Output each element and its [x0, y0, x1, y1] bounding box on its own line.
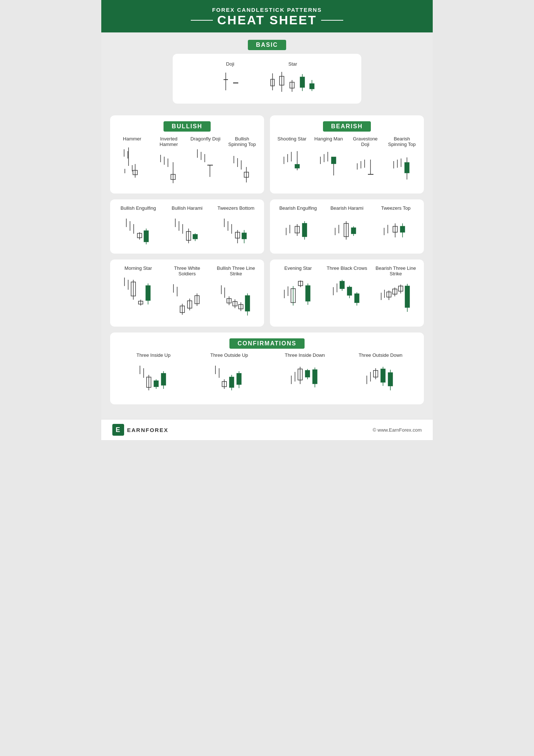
three-black-crows-label: Three Black Crows	[327, 265, 367, 271]
pattern-three-outside-down: Three Outside Down	[348, 352, 414, 397]
bullish-spinning-top-label: Bullish Spinning Top	[226, 136, 258, 147]
bearish-double-grid: Bearish Engulfing Beari	[274, 205, 419, 246]
confirmations-label-row: CONFIRMATIONS	[117, 338, 417, 349]
bullish-spinning-top-chart	[231, 149, 253, 186]
header-subtitle: FOREX CANDLESTICK PATTERNS	[109, 7, 425, 13]
inverted-hammer-label: Inverted Hammer	[153, 136, 185, 147]
svg-rect-155	[161, 373, 166, 385]
svg-rect-95	[400, 226, 405, 232]
three-inside-up-label: Three Inside Up	[137, 352, 171, 358]
bullish-single-col: BULLISH Hammer	[110, 115, 264, 194]
doji-label: Doji	[226, 61, 234, 67]
bearish-label-row: BEARISH	[274, 121, 419, 132]
footer-url: © www.EarnForex.com	[373, 427, 422, 433]
pattern-bearish-spinning-top: Bearish Spinning Top	[386, 136, 418, 186]
pattern-bullish-harami: Bullish Harami	[165, 205, 209, 246]
svg-rect-70	[193, 234, 197, 239]
shooting-star-chart	[281, 144, 303, 181]
confirmations-grid: Three Inside Up Three Outside U	[117, 352, 417, 397]
bearish-engulfing-label: Bearish Engulfing	[279, 205, 317, 211]
svg-rect-133	[340, 281, 344, 289]
svg-rect-163	[237, 373, 241, 384]
pattern-hanging-man: Hanging Man	[313, 136, 345, 186]
three-outside-down-chart	[364, 360, 397, 397]
pattern-morning-star: Morning Star	[116, 265, 160, 319]
bearish-engulfing-chart	[283, 213, 313, 246]
doji-chart	[215, 69, 245, 95]
morning-star-chart	[122, 273, 155, 314]
hammer-chart	[121, 144, 143, 181]
bullish-engulfing-label: Bullish Engulfing	[120, 205, 156, 211]
pattern-bearish-three-line-strike: Bearish Three Line Strike	[374, 265, 418, 319]
pattern-bullish-engulfing: Bullish Engulfing	[116, 205, 160, 246]
double-candle-row: Bullish Engulfing	[110, 199, 424, 254]
earnforex-logo-icon: E	[112, 424, 124, 436]
basic-grid: Doji Star	[187, 61, 346, 95]
basic-section: BASIC Doji Star	[110, 40, 424, 109]
tweezers-bottom-chart	[221, 213, 251, 246]
basic-badge: BASIC	[248, 40, 286, 50]
svg-rect-77	[242, 233, 246, 239]
pattern-tweezers-top: Tweezers Top	[374, 205, 418, 246]
hanging-man-label: Hanging Man	[315, 136, 343, 142]
pattern-bullish-spinning-top: Bullish Spinning Top	[226, 136, 258, 186]
star-label: Star	[288, 61, 297, 67]
main-content: BASIC Doji Star	[101, 32, 433, 419]
svg-rect-12	[310, 84, 314, 89]
three-inside-down-chart	[288, 360, 322, 397]
bullish-double-col: Bullish Engulfing	[110, 199, 264, 254]
tweezers-top-label: Tweezers Top	[381, 205, 411, 211]
bearish-harami-label: Bearish Harami	[330, 205, 363, 211]
confirmations-badge: CONFIRMATIONS	[229, 338, 305, 349]
svg-rect-171	[313, 370, 317, 384]
bullish-bearish-single-row: BULLISH Hammer	[110, 115, 424, 194]
footer-logo: E EARNFOREX	[112, 424, 168, 436]
pattern-three-inside-up: Three Inside Up	[120, 352, 186, 397]
svg-rect-153	[154, 381, 158, 387]
dragonfly-doji-label: Dragonfly Doji	[190, 136, 221, 142]
morning-star-label: Morning Star	[124, 265, 152, 271]
pattern-tweezers-bottom: Tweezers Bottom	[214, 205, 258, 246]
bearish-three-line-strike-chart	[379, 279, 412, 319]
pattern-three-black-crows: Three Black Crows	[325, 265, 369, 319]
hanging-man-chart	[317, 144, 340, 181]
three-inside-down-label: Three Inside Down	[285, 352, 325, 358]
pattern-inverted-hammer: Inverted Hammer	[153, 136, 185, 186]
shooting-star-label: Shooting Star	[277, 136, 306, 142]
pattern-star: Star	[267, 61, 319, 95]
three-inside-up-chart	[137, 360, 170, 397]
bullish-label-row: BULLISH	[115, 121, 260, 132]
header: FOREX CANDLESTICK PATTERNS CHEAT SHEET	[101, 0, 433, 32]
dragonfly-doji-chart	[194, 144, 217, 181]
pattern-three-outside-up: Three Outside Up	[196, 352, 262, 397]
bullish-three-line-strike-chart	[219, 279, 253, 319]
bearish-spinning-top-label: Bearish Spinning Top	[386, 136, 418, 147]
hammer-label: Hammer	[123, 136, 141, 142]
bullish-three-line-strike-label: Bullish Three Line Strike	[214, 265, 258, 276]
inverted-hammer-chart	[158, 149, 180, 186]
pattern-three-white-soldiers: Three White Soldiers	[165, 265, 209, 319]
pattern-bearish-harami: Bearish Harami	[325, 205, 369, 246]
svg-rect-63	[144, 231, 148, 242]
svg-rect-135	[347, 287, 352, 295]
star-chart	[267, 69, 319, 95]
svg-rect-41	[295, 164, 299, 168]
evening-star-chart	[281, 273, 315, 314]
svg-rect-103	[146, 286, 150, 300]
bearish-badge: BEARISH	[323, 121, 371, 132]
three-outside-up-label: Three Outside Up	[210, 352, 248, 358]
bullish-triple-grid: Morning Star	[115, 265, 260, 319]
bullish-harami-chart	[172, 213, 202, 246]
bullish-single-grid: Hammer Inv	[115, 136, 260, 186]
three-outside-up-chart	[212, 360, 246, 397]
svg-rect-56	[405, 163, 409, 173]
pattern-bearish-engulfing: Bearish Engulfing	[276, 205, 320, 246]
bearish-single-grid: Shooting Star Hanging Man	[274, 136, 419, 186]
bearish-triple-grid: Evening Star	[274, 265, 419, 319]
svg-rect-121	[245, 296, 250, 311]
pattern-evening-star: Evening Star	[276, 265, 320, 319]
three-white-soldiers-chart	[171, 279, 204, 319]
triple-candle-row: Morning Star	[110, 259, 424, 327]
bullish-double-grid: Bullish Engulfing	[115, 205, 260, 246]
pattern-shooting-star: Shooting Star	[276, 136, 308, 186]
